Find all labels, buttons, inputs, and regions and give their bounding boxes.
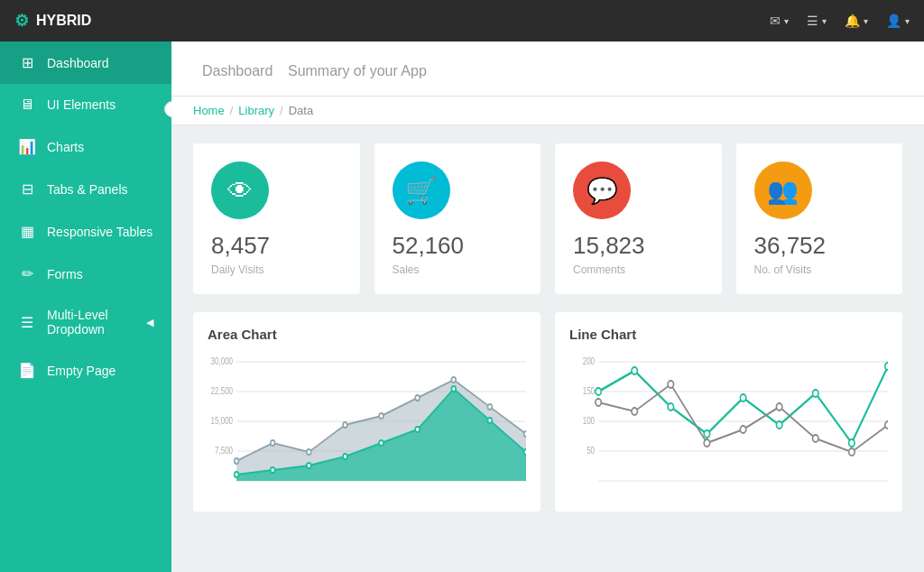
breadcrumb-data: Data <box>289 104 313 117</box>
svg-point-42 <box>813 390 818 397</box>
sidebar-label-forms: Forms <box>47 267 153 281</box>
svg-point-47 <box>668 381 673 388</box>
svg-point-36 <box>596 388 601 395</box>
no-visits-label: No. of Visits <box>754 263 812 276</box>
sidebar-label-tabs: Tabs & Panels <box>47 182 153 197</box>
sales-icon-circle: 🛒 <box>393 161 450 219</box>
brand: ⚙ HYBRID <box>14 11 91 31</box>
cart-icon: 🛒 <box>405 176 437 206</box>
menu-caret: ▾ <box>822 16 827 26</box>
dashboard-icon: ⊞ <box>18 54 36 71</box>
svg-point-19 <box>271 467 275 473</box>
sales-value: 52,160 <box>393 232 465 260</box>
group-icon: 👥 <box>767 176 799 206</box>
breadcrumb-sep1: / <box>230 104 234 117</box>
svg-point-12 <box>343 422 347 428</box>
area-chart-container: 30,000 22,500 15,000 7,500 <box>208 353 526 497</box>
visits-value: 8,457 <box>211 232 270 260</box>
topnav-right: ✉ ▾ ☰ ▾ 🔔 ▾ 👤 ▾ <box>770 14 910 28</box>
page-title: Dashboard Summary of your App <box>193 56 902 81</box>
svg-text:30,000: 30,000 <box>211 356 233 366</box>
comments-icon-circle: 💬 <box>573 161 631 219</box>
page-header: Dashboard Summary of your App <box>171 42 924 97</box>
svg-point-23 <box>415 427 420 432</box>
sidebar-item-empty[interactable]: 📄 Empty Page <box>0 349 171 392</box>
svg-text:7,500: 7,500 <box>215 446 233 456</box>
page-subtitle: Summary of your App <box>288 63 427 78</box>
sidebar-label-tables: Responsive Tables <box>47 225 153 239</box>
svg-point-48 <box>704 439 709 447</box>
comment-icon: 💬 <box>587 176 618 206</box>
svg-point-15 <box>451 377 456 383</box>
sales-label: Sales <box>393 263 420 276</box>
svg-point-50 <box>776 403 781 411</box>
stat-card-sales: 🛒 52,160 Sales <box>374 143 541 294</box>
svg-point-38 <box>668 403 673 411</box>
svg-point-10 <box>271 440 275 446</box>
svg-text:50: 50 <box>587 446 595 456</box>
sidebar-label-dropdown: Multi-Level Dropdown <box>47 308 135 337</box>
dropdown-icon: ☰ <box>18 314 36 331</box>
no-visits-icon-circle: 👥 <box>754 161 812 219</box>
sidebar-item-tabs[interactable]: ⊟ Tabs & Panels <box>0 168 171 210</box>
svg-point-37 <box>632 367 637 374</box>
svg-point-21 <box>343 454 347 459</box>
area-chart-card: Area Chart 30,000 22,500 15,000 7,500 <box>193 312 541 512</box>
main-content: Dashboard Summary of your App Home / Lib… <box>171 42 924 572</box>
line-chart-card: Line Chart 200 150 100 50 <box>555 312 902 512</box>
tabs-icon: ⊟ <box>18 180 36 198</box>
svg-point-18 <box>235 472 239 477</box>
breadcrumb-library[interactable]: Library <box>238 104 274 117</box>
svg-point-52 <box>849 448 855 456</box>
svg-point-24 <box>451 386 456 392</box>
notif-caret: ▾ <box>864 16 868 26</box>
svg-point-9 <box>235 458 239 464</box>
visits-icon-circle: 👁 <box>211 161 269 219</box>
bell-icon: 🔔 <box>845 14 860 28</box>
breadcrumb-sep2: / <box>280 104 283 117</box>
svg-point-51 <box>813 435 818 442</box>
sidebar-label-empty: Empty Page <box>47 364 153 378</box>
empty-icon: 📄 <box>18 362 36 379</box>
menu-btn[interactable]: ☰ ▾ <box>807 14 827 28</box>
user-icon: 👤 <box>886 14 901 28</box>
svg-text:22,500: 22,500 <box>211 386 233 396</box>
breadcrumb: Home / Library / Data <box>171 97 924 125</box>
mail-caret: ▾ <box>784 16 789 26</box>
svg-point-22 <box>379 440 383 446</box>
no-visits-value: 36,752 <box>754 232 827 260</box>
sidebar-item-dropdown[interactable]: ☰ Multi-Level Dropdown ◀ <box>0 295 171 349</box>
mail-icon: ✉ <box>770 14 781 28</box>
stat-cards: 👁 8,457 Daily Visits 🛒 52,160 Sales 💬 15… <box>171 125 924 312</box>
user-caret: ▾ <box>905 16 910 26</box>
breadcrumb-home[interactable]: Home <box>193 104 225 117</box>
svg-text:15,000: 15,000 <box>211 416 233 426</box>
stat-card-no-visits: 👥 36,752 No. of Visits <box>736 143 903 294</box>
notifications-btn[interactable]: 🔔 ▾ <box>845 14 868 28</box>
sidebar-item-tables[interactable]: ▦ Responsive Tables <box>0 210 171 253</box>
dropdown-arrow: ◀ <box>146 317 153 328</box>
gear-icon: ⚙ <box>14 11 29 31</box>
svg-point-39 <box>704 430 709 438</box>
svg-text:150: 150 <box>583 386 595 396</box>
svg-point-53 <box>885 421 888 429</box>
svg-point-25 <box>487 418 492 423</box>
brand-name: HYBRID <box>36 13 91 29</box>
sidebar-item-ui[interactable]: 🖥 UI Elements <box>0 84 171 125</box>
svg-point-11 <box>307 449 311 455</box>
user-btn[interactable]: 👤 ▾ <box>886 14 910 28</box>
sidebar-item-forms[interactable]: ✏ Forms <box>0 253 171 295</box>
forms-icon: ✏ <box>18 265 36 282</box>
svg-point-41 <box>776 421 781 429</box>
comments-value: 15,823 <box>573 232 645 260</box>
line-chart-container: 200 150 100 50 <box>569 353 888 497</box>
svg-text:200: 200 <box>583 356 595 366</box>
sidebar-item-charts[interactable]: 📊 Charts <box>0 125 171 168</box>
charts-row: Area Chart 30,000 22,500 15,000 7,500 <box>171 312 924 530</box>
mail-btn[interactable]: ✉ ▾ <box>770 14 789 28</box>
stat-card-comments: 💬 15,823 Comments <box>555 143 722 294</box>
ui-icon: 🖥 <box>18 97 36 113</box>
sidebar-label-charts: Charts <box>47 140 153 154</box>
sidebar-item-dashboard[interactable]: ⊞ Dashboard <box>0 42 171 84</box>
sidebar: › ⊞ Dashboard 🖥 UI Elements 📊 Charts ⊟ T… <box>0 42 171 572</box>
